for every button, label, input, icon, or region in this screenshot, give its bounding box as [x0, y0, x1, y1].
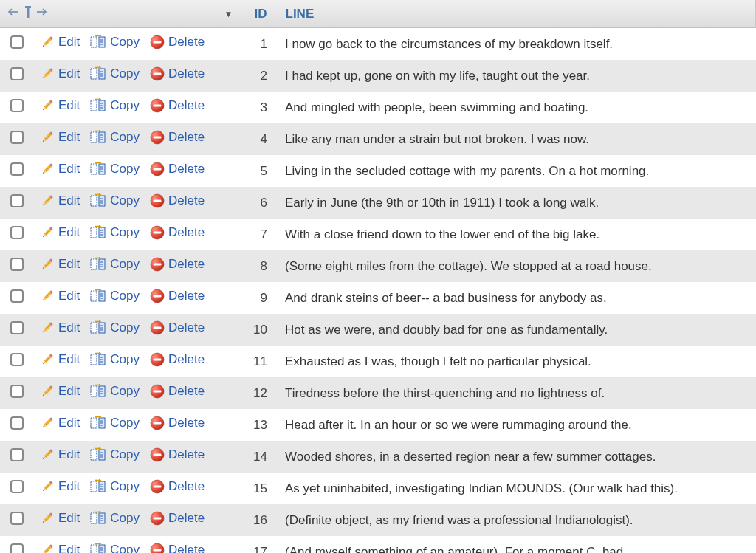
row-checkbox[interactable]	[10, 194, 24, 207]
table-row: Edit Copy Delete12Tiredness before the t…	[0, 377, 756, 409]
svg-rect-23	[91, 69, 97, 79]
svg-rect-233	[91, 545, 97, 553]
delete-button[interactable]: Delete	[150, 543, 205, 553]
pencil-icon	[40, 384, 55, 399]
copy-button-label: Copy	[110, 257, 140, 272]
svg-rect-45	[153, 105, 161, 107]
delete-button[interactable]: Delete	[150, 98, 205, 113]
copy-button[interactable]: Copy	[90, 320, 140, 335]
copy-button-label: Copy	[110, 193, 140, 208]
row-checkbox[interactable]	[10, 448, 24, 461]
row-checkbox[interactable]	[10, 67, 24, 80]
copy-button[interactable]: Copy	[90, 511, 140, 526]
edit-button[interactable]: Edit	[40, 416, 80, 430]
copy-button[interactable]: Copy	[90, 35, 140, 49]
copy-button[interactable]: Copy	[90, 543, 140, 553]
copy-button[interactable]: Copy	[90, 479, 140, 494]
copy-button[interactable]: Copy	[90, 289, 140, 303]
header-row: ▼ ID LINE	[0, 0, 756, 28]
id-header[interactable]: ID	[241, 0, 278, 28]
delete-button[interactable]: Delete	[150, 162, 205, 176]
edit-button[interactable]: Edit	[40, 98, 80, 113]
copy-button[interactable]: Copy	[90, 193, 140, 208]
svg-rect-157	[153, 359, 161, 361]
svg-rect-205	[91, 481, 97, 492]
line-cell: Exhausted as I was, though I felt no par…	[278, 346, 756, 377]
svg-rect-115	[153, 264, 161, 266]
edit-button[interactable]: Edit	[40, 289, 80, 303]
copy-icon	[90, 320, 106, 335]
minus-circle-icon	[150, 162, 165, 176]
copy-button[interactable]: Copy	[90, 352, 140, 367]
id-cell: 9	[241, 282, 278, 314]
edit-button[interactable]: Edit	[40, 447, 80, 462]
delete-button[interactable]: Delete	[150, 352, 205, 367]
svg-rect-17	[153, 41, 161, 44]
row-checkbox[interactable]	[10, 99, 24, 112]
table-row: Edit Copy Delete11Exhausted as I was, th…	[0, 346, 756, 377]
delete-button-label: Delete	[168, 257, 205, 272]
copy-button-label: Copy	[110, 479, 140, 494]
row-checkbox[interactable]	[10, 353, 24, 366]
copy-button[interactable]: Copy	[90, 384, 140, 399]
edit-button[interactable]: Edit	[40, 66, 80, 81]
row-checkbox[interactable]	[10, 321, 24, 334]
line-cell: I now go back to the circumstances of my…	[278, 28, 756, 61]
delete-button[interactable]: Delete	[150, 66, 205, 81]
delete-button[interactable]: Delete	[150, 289, 205, 303]
edit-button-label: Edit	[58, 98, 80, 113]
edit-button[interactable]: Edit	[40, 320, 80, 335]
row-checkbox[interactable]	[10, 131, 24, 144]
delete-button[interactable]: Delete	[150, 257, 205, 272]
copy-button[interactable]: Copy	[90, 225, 140, 240]
column-move-icon[interactable]	[7, 4, 49, 19]
copy-button[interactable]: Copy	[90, 98, 140, 113]
edit-button[interactable]: Edit	[40, 162, 80, 176]
svg-rect-219	[91, 513, 97, 523]
row-checkbox[interactable]	[10, 512, 24, 525]
row-checkbox[interactable]	[10, 289, 24, 303]
line-header[interactable]: LINE	[278, 0, 756, 28]
delete-button[interactable]: Delete	[150, 193, 205, 208]
edit-button[interactable]: Edit	[40, 130, 80, 145]
minus-circle-icon	[150, 416, 165, 430]
row-checkbox[interactable]	[10, 162, 24, 176]
delete-button[interactable]: Delete	[150, 384, 205, 399]
edit-button[interactable]: Edit	[40, 479, 80, 494]
copy-button[interactable]: Copy	[90, 257, 140, 272]
row-checkbox[interactable]	[10, 480, 24, 493]
row-checkbox[interactable]	[10, 35, 24, 49]
edit-button[interactable]: Edit	[40, 257, 80, 272]
delete-button[interactable]: Delete	[150, 447, 205, 462]
edit-button[interactable]: Edit	[40, 384, 80, 399]
delete-button[interactable]: Delete	[150, 511, 205, 526]
copy-button[interactable]: Copy	[90, 416, 140, 430]
delete-button[interactable]: Delete	[150, 320, 205, 335]
id-cell: 7	[241, 219, 278, 250]
edit-button[interactable]: Edit	[40, 225, 80, 240]
edit-button[interactable]: Edit	[40, 543, 80, 553]
delete-button[interactable]: Delete	[150, 416, 205, 430]
edit-button[interactable]: Edit	[40, 193, 80, 208]
copy-button[interactable]: Copy	[90, 447, 140, 462]
row-checkbox[interactable]	[10, 416, 24, 430]
svg-rect-143	[153, 327, 161, 329]
row-checkbox[interactable]	[10, 226, 24, 239]
row-checkbox[interactable]	[10, 543, 24, 553]
delete-button[interactable]: Delete	[150, 225, 205, 240]
sort-icon[interactable]: ▼	[224, 9, 233, 19]
copy-button[interactable]: Copy	[90, 130, 140, 145]
copy-button[interactable]: Copy	[90, 66, 140, 81]
delete-button[interactable]: Delete	[150, 479, 205, 494]
copy-button[interactable]: Copy	[90, 162, 140, 176]
copy-icon	[90, 447, 106, 462]
delete-button[interactable]: Delete	[150, 35, 205, 49]
svg-rect-9	[91, 37, 97, 47]
row-checkbox[interactable]	[10, 385, 24, 398]
edit-button[interactable]: Edit	[40, 35, 80, 49]
delete-button[interactable]: Delete	[150, 130, 205, 145]
edit-button[interactable]: Edit	[40, 511, 80, 526]
edit-button[interactable]: Edit	[40, 352, 80, 367]
copy-icon	[90, 543, 106, 553]
row-checkbox[interactable]	[10, 258, 24, 271]
